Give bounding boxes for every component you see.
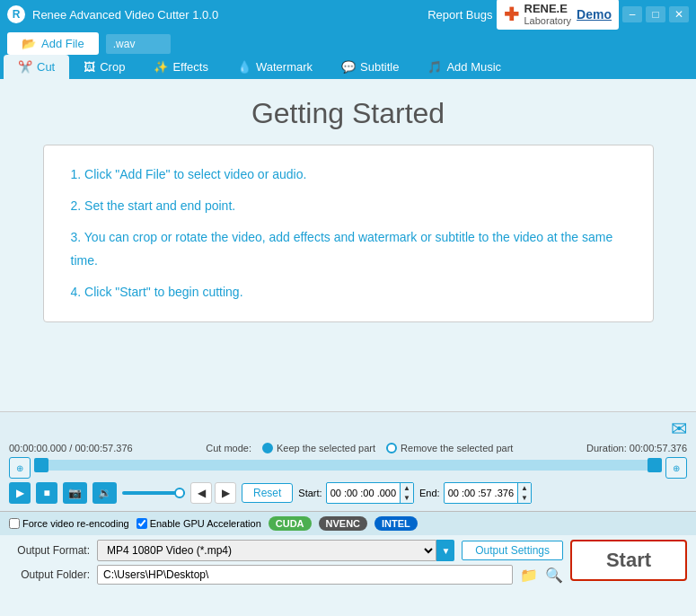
- camera-button[interactable]: 📷: [63, 482, 87, 504]
- remove-selected-label: Remove the selected part: [401, 443, 513, 453]
- slider-left-handle[interactable]: ⊕: [9, 457, 31, 479]
- getting-started-title: Getting Started: [251, 97, 445, 130]
- email-icon: ✉: [671, 418, 687, 440]
- format-select-wrapper: MP4 1080P Video (*.mp4) ▼: [97, 540, 454, 561]
- controls-row: ▶ ■ 📷 🔉 ◀ ▶ Reset Start: 00 :00 :00 .000…: [9, 479, 687, 507]
- current-time-display: 00:00:00.000 / 00:00:57.376: [9, 443, 133, 453]
- tab-subtitle[interactable]: 💬 Subtitle: [327, 55, 413, 79]
- enable-gpu-label: Enable GPU Acceleration: [150, 518, 261, 529]
- duration-display: Duration: 00:00:57.376: [586, 443, 687, 453]
- play-button[interactable]: ▶: [9, 482, 31, 504]
- renee-name: RENE.E: [524, 3, 572, 15]
- title-bar: R Renee Advanced Video Cutter 1.0.0 Repo…: [0, 0, 696, 29]
- next-frame-button[interactable]: ▶: [215, 482, 236, 504]
- main-content: Getting Started 1. Click "Add File" to s…: [0, 79, 696, 411]
- force-encoding-label: Force video re-encoding: [22, 518, 129, 529]
- folder-path-input[interactable]: [97, 565, 513, 585]
- title-bar-controls: Report Bugs ✚ RENE.E Laboratory Demo – □…: [427, 0, 689, 30]
- end-time-input[interactable]: 00 :00 :57 .376 ▲ ▼: [444, 482, 532, 504]
- start-time-spinners: ▲ ▼: [400, 483, 413, 503]
- slider-row: ⊕ ⊕: [9, 457, 687, 479]
- end-time-down[interactable]: ▼: [518, 493, 531, 503]
- step-4: 4. Click "Start" to begin cutting.: [71, 281, 626, 304]
- nvenc-badge: NVENC: [319, 516, 368, 531]
- force-encoding-checkbox[interactable]: [9, 518, 20, 529]
- end-time-value: 00 :00 :57 .376: [445, 486, 517, 500]
- tab-subtitle-label: Subtitle: [360, 60, 399, 74]
- duration-label: Duration:: [586, 443, 627, 453]
- effects-icon: ✨: [154, 60, 168, 74]
- end-time-label: End:: [419, 488, 440, 498]
- output-right: Start: [570, 540, 687, 581]
- enable-gpu-checkbox[interactable]: [137, 518, 147, 529]
- keep-selected-radio[interactable]: [262, 443, 273, 453]
- header-left: 📂 Add File .wav: [7, 32, 171, 55]
- tab-add-music[interactable]: 🎵 Add Music: [413, 55, 515, 79]
- minimize-button[interactable]: –: [622, 6, 642, 22]
- slider-handle-right[interactable]: [648, 458, 662, 472]
- start-time-up[interactable]: ▲: [401, 483, 413, 493]
- tab-cut[interactable]: ✂️ Cut: [4, 55, 69, 79]
- remove-selected-radio[interactable]: [386, 443, 397, 453]
- folder-browse-button[interactable]: 📁: [520, 567, 538, 584]
- file-path-display: .wav: [106, 34, 172, 54]
- force-encoding-option[interactable]: Force video re-encoding: [9, 518, 129, 529]
- bottom-options: Force video re-encoding Enable GPU Accel…: [0, 511, 696, 535]
- header-area: 📂 Add File .wav: [0, 29, 696, 55]
- volume-handle[interactable]: [174, 488, 185, 498]
- close-button[interactable]: ✕: [669, 6, 689, 22]
- music-icon: 🎵: [427, 60, 442, 74]
- tab-add-music-label: Add Music: [446, 60, 501, 74]
- slider-handle-left[interactable]: [34, 458, 48, 472]
- remove-selected-option[interactable]: Remove the selected part: [386, 443, 513, 453]
- format-row: Output Format: MP4 1080P Video (*.mp4) ▼…: [9, 540, 563, 561]
- cut-icon: ✂️: [18, 60, 32, 74]
- renee-cross-icon: ✚: [504, 4, 519, 25]
- volume-down-button[interactable]: 🔉: [93, 482, 117, 504]
- tab-watermark[interactable]: 💧 Watermark: [223, 55, 327, 79]
- reset-button[interactable]: Reset: [242, 483, 293, 503]
- keep-selected-option[interactable]: Keep the selected part: [262, 443, 375, 453]
- cuda-badge: CUDA: [269, 516, 312, 531]
- tab-effects[interactable]: ✨ Effects: [139, 55, 223, 79]
- end-time-spinners: ▲ ▼: [517, 483, 531, 503]
- format-dropdown-button[interactable]: ▼: [436, 540, 454, 561]
- report-bugs-link[interactable]: Report Bugs: [427, 8, 492, 22]
- output-settings-button[interactable]: Output Settings: [462, 541, 563, 560]
- cut-mode-label: Cut mode:: [206, 443, 251, 453]
- duration-value: 00:00:57.376: [630, 443, 687, 453]
- stop-button[interactable]: ■: [36, 482, 57, 504]
- start-time-label: Start:: [298, 488, 322, 498]
- start-button[interactable]: Start: [570, 540, 687, 581]
- add-file-button[interactable]: 📂 Add File: [7, 32, 99, 55]
- renee-logo: ✚ RENE.E Laboratory Demo: [497, 0, 620, 30]
- tab-cut-label: Cut: [37, 60, 55, 74]
- start-time-value: 00 :00 :00 .000: [327, 486, 400, 500]
- enable-gpu-option[interactable]: Enable GPU Acceleration: [137, 518, 261, 529]
- end-time-field: End: 00 :00 :57 .376 ▲ ▼: [419, 482, 532, 504]
- start-time-down[interactable]: ▼: [401, 493, 413, 503]
- frame-nav: ◀ ▶: [190, 482, 236, 504]
- step-3: 3. You can crop or rotate the video, add…: [71, 226, 626, 271]
- subtitle-icon: 💬: [341, 60, 356, 74]
- tab-crop[interactable]: 🖼 Crop: [69, 55, 139, 79]
- intel-badge: INTEL: [374, 516, 418, 531]
- prev-frame-button[interactable]: ◀: [190, 482, 212, 504]
- slider-right-handle[interactable]: ⊕: [665, 457, 687, 479]
- start-time-input[interactable]: 00 :00 :00 .000 ▲ ▼: [326, 482, 414, 504]
- volume-slider[interactable]: [122, 491, 185, 495]
- tab-watermark-label: Watermark: [256, 60, 313, 74]
- maximize-button[interactable]: □: [646, 6, 665, 22]
- app-title: Renee Advanced Video Cutter 1.0.0: [32, 8, 218, 22]
- timeline-slider[interactable]: [34, 460, 662, 471]
- renee-logo-text: RENE.E Laboratory: [524, 3, 572, 26]
- end-time-up[interactable]: ▲: [518, 483, 531, 493]
- folder-label: Output Folder:: [9, 568, 90, 581]
- folder-search-button[interactable]: 🔍: [545, 567, 563, 584]
- format-select[interactable]: MP4 1080P Video (*.mp4): [97, 540, 436, 561]
- output-main-row: Output Format: MP4 1080P Video (*.mp4) ▼…: [9, 540, 687, 585]
- tab-crop-label: Crop: [100, 60, 125, 74]
- demo-label: Demo: [577, 7, 612, 22]
- cut-mode: Cut mode: Keep the selected part Remove …: [206, 443, 513, 453]
- output-left: Output Format: MP4 1080P Video (*.mp4) ▼…: [9, 540, 563, 585]
